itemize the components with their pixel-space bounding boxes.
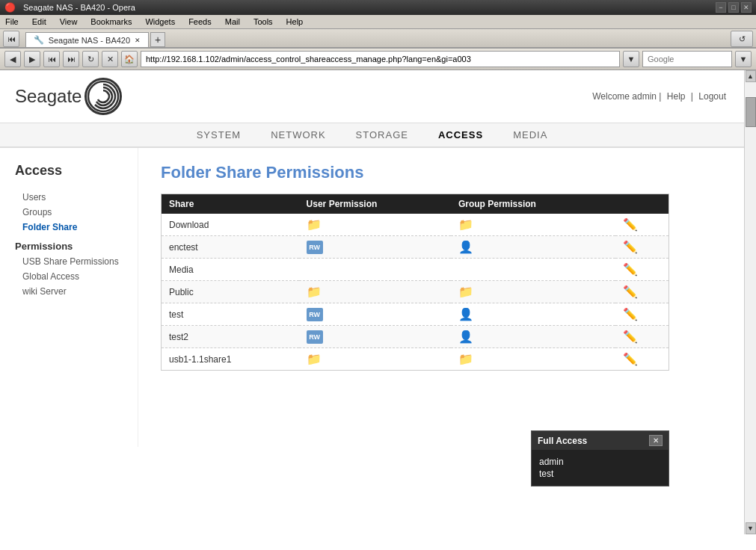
share-name: usb1-1.1share1 bbox=[162, 348, 299, 371]
table-row: test2 RW 👤 ✏️ bbox=[162, 326, 669, 348]
folder-icon: 📁 bbox=[307, 218, 322, 231]
group-rw-icon: 👤 bbox=[458, 308, 473, 321]
folder-icon: 📁 bbox=[458, 353, 473, 365]
nav-media[interactable]: MEDIA bbox=[513, 129, 547, 140]
menu-bookmarks[interactable]: Bookmarks bbox=[88, 16, 134, 27]
edit-button[interactable]: ✏️ bbox=[623, 307, 638, 321]
nav-system[interactable]: SYSTEM bbox=[197, 129, 241, 140]
nav-forward-button[interactable]: ▶ bbox=[24, 51, 40, 67]
scrollbar[interactable]: ▲ ▼ bbox=[744, 70, 756, 534]
browser-menubar: File Edit View Bookmarks Widgets Feeds M… bbox=[0, 15, 756, 29]
close-button[interactable]: ✕ bbox=[741, 2, 752, 13]
sidebar: Access Users Groups Folder Share Permiss… bbox=[0, 148, 138, 447]
group-rw-icon: 👤 bbox=[458, 330, 473, 343]
tooltip-close-button[interactable]: ✕ bbox=[649, 435, 663, 446]
user-permission-cell: RW bbox=[299, 326, 451, 348]
back-rewind-button[interactable]: ⏮ bbox=[3, 31, 19, 47]
edit-button[interactable]: ✏️ bbox=[623, 285, 638, 299]
share-name: Media bbox=[162, 259, 299, 281]
sidebar-item-groups[interactable]: Groups bbox=[15, 205, 130, 220]
sidebar-item-users[interactable]: Users bbox=[15, 190, 130, 205]
scrollbar-down-button[interactable]: ▼ bbox=[746, 522, 756, 534]
maximize-button[interactable]: □ bbox=[728, 2, 739, 13]
window-controls[interactable]: − □ ✕ bbox=[716, 2, 752, 13]
edit-button[interactable]: ✏️ bbox=[623, 240, 638, 254]
share-name: test bbox=[162, 303, 299, 326]
menu-feeds[interactable]: Feeds bbox=[186, 16, 214, 27]
edit-button[interactable]: ✏️ bbox=[623, 262, 638, 276]
sidebar-item-folder-share[interactable]: Folder Share bbox=[15, 220, 130, 235]
nav-network[interactable]: NETWORK bbox=[271, 129, 325, 140]
browser-titlebar: 🔴 Seagate NAS - BA420 - Opera − □ ✕ bbox=[0, 0, 756, 15]
minimize-button[interactable]: − bbox=[716, 2, 726, 13]
folder-icon: 📁 bbox=[307, 285, 322, 298]
group-permission-cell: 📁 bbox=[451, 348, 615, 371]
logo-area: Seagate bbox=[15, 78, 122, 115]
col-actions bbox=[615, 194, 669, 214]
header-separator2: | bbox=[691, 91, 695, 102]
col-user-permission: User Permission bbox=[299, 194, 451, 214]
nav-back-button[interactable]: ◀ bbox=[4, 51, 21, 67]
edit-button[interactable]: ✏️ bbox=[623, 330, 638, 344]
nav-reload-button[interactable]: ↻ bbox=[82, 51, 99, 67]
table-row: enctest RW 👤 ✏️ bbox=[162, 236, 669, 259]
sidebar-item-usb-share-permissions[interactable]: USB Share Permissions bbox=[15, 254, 130, 269]
tooltip-title: Full Access bbox=[538, 436, 587, 446]
new-tab-button[interactable]: + bbox=[150, 32, 165, 47]
address-bar[interactable] bbox=[141, 51, 620, 67]
nav-home-button[interactable]: 🏠 bbox=[121, 51, 138, 67]
menu-help[interactable]: Help bbox=[284, 16, 306, 27]
share-name: Public bbox=[162, 281, 299, 303]
group-permission-cell: 👤 bbox=[451, 236, 615, 259]
table-row: usb1-1.1share1 📁 📁 ✏️ bbox=[162, 348, 669, 371]
svg-point-0 bbox=[88, 81, 118, 111]
site-header: Seagate Welcome admin | Help | Logout bbox=[0, 70, 744, 123]
search-input[interactable] bbox=[642, 51, 732, 67]
sidebar-title: Access bbox=[15, 163, 130, 179]
menu-mail[interactable]: Mail bbox=[223, 16, 242, 27]
header-links: Welcome admin | Help | Logout bbox=[592, 91, 729, 102]
nav-access[interactable]: ACCESS bbox=[438, 129, 483, 140]
menu-file[interactable]: File bbox=[3, 16, 21, 27]
edit-button[interactable]: ✏️ bbox=[623, 352, 638, 366]
menu-view[interactable]: View bbox=[58, 16, 80, 27]
menu-tools[interactable]: Tools bbox=[251, 16, 275, 27]
table-row: test RW 👤 ✏️ bbox=[162, 303, 669, 326]
search-dropdown-button[interactable]: ▼ bbox=[735, 51, 752, 67]
table-header-row: Share User Permission Group Permission bbox=[162, 194, 669, 214]
user-permission-cell: RW bbox=[299, 303, 451, 326]
tab-label: Seagate NAS - BA420 bbox=[49, 36, 130, 45]
menu-widgets[interactable]: Widgets bbox=[143, 16, 177, 27]
reload-page-button[interactable]: ↺ bbox=[731, 31, 753, 47]
group-permission-cell: 📁 bbox=[451, 281, 615, 303]
page-content: Seagate Welcome admin | Help | Logout bbox=[0, 70, 744, 534]
tab-close-button[interactable]: ✕ bbox=[135, 37, 141, 44]
nav-rewind-button[interactable]: ⏮ bbox=[43, 51, 60, 67]
help-link[interactable]: Help bbox=[667, 91, 686, 102]
nav-fastforward-button[interactable]: ⏭ bbox=[63, 51, 79, 67]
sidebar-item-global-access[interactable]: Global Access bbox=[15, 269, 130, 284]
menu-edit[interactable]: Edit bbox=[30, 16, 49, 27]
nav-go-button[interactable]: ▼ bbox=[623, 51, 639, 67]
browser-title: Seagate NAS - BA420 - Opera bbox=[23, 3, 711, 12]
nav-storage[interactable]: STORAGE bbox=[356, 129, 408, 140]
seagate-logo-icon bbox=[84, 78, 122, 115]
tooltip-body: admin test bbox=[532, 450, 669, 486]
user-permission-cell: RW bbox=[299, 236, 451, 259]
scrollbar-thumb[interactable] bbox=[746, 97, 756, 127]
browser-tab-active[interactable]: 🔧 Seagate NAS - BA420 ✕ bbox=[25, 32, 149, 47]
logo-text: Seagate bbox=[15, 86, 82, 107]
nav-stop-button[interactable]: ✕ bbox=[102, 51, 118, 67]
folder-icon: 📁 bbox=[458, 285, 473, 298]
rw-icon: RW bbox=[307, 308, 323, 321]
tooltip-user-2: test bbox=[539, 468, 661, 480]
scrollbar-up-button[interactable]: ▲ bbox=[746, 70, 756, 82]
sidebar-item-wiki-server[interactable]: wiki Server bbox=[15, 284, 130, 299]
full-access-tooltip: Full Access ✕ admin test bbox=[531, 430, 669, 486]
edit-button[interactable]: ✏️ bbox=[623, 217, 638, 232]
folder-icon: 📁 bbox=[458, 218, 473, 231]
user-permission-cell: 📁 bbox=[299, 214, 451, 236]
folder-icon: 📁 bbox=[307, 353, 322, 365]
share-name: Download bbox=[162, 214, 299, 236]
logout-link[interactable]: Logout bbox=[698, 91, 726, 102]
